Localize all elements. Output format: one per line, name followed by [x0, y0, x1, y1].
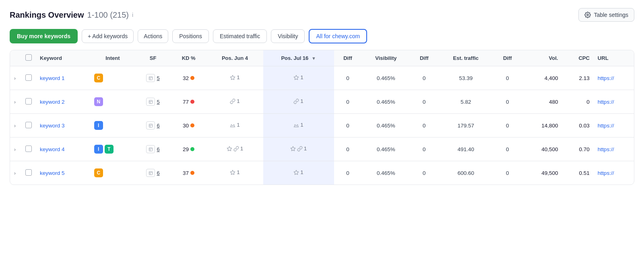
expand-icon[interactable]: › [14, 99, 16, 105]
table-row: ›keyword 4IT 6 29 1 100.465%0491.40040,5… [10, 137, 634, 161]
visibility-col-header: Visibility [361, 50, 410, 66]
keyword-link[interactable]: keyword 2 [40, 99, 65, 105]
diff-cell: 0 [334, 114, 362, 137]
kd-value: 77 [183, 99, 189, 105]
url-link[interactable]: https:// [598, 170, 614, 176]
svg-marker-7 [227, 146, 232, 151]
cpc-cell: 0 [562, 90, 593, 114]
pos-jul-cell: 1 [263, 114, 334, 137]
actions-button[interactable]: Actions [138, 29, 168, 43]
visibility-cell: 0.465% [361, 90, 410, 114]
keyword-link[interactable]: keyword 1 [40, 75, 65, 81]
vol-cell: 14,800 [521, 114, 562, 137]
vis-diff-cell: 0 [410, 66, 438, 90]
table-body: ›keyword 1C 5 32 1 100.465%053.3904,4002… [10, 66, 634, 185]
vol-cell: 480 [521, 90, 562, 114]
expand-icon[interactable]: › [14, 123, 16, 129]
table-settings-label: Table settings [594, 12, 628, 18]
pos-jun-cell: 1 [206, 90, 263, 114]
cpc-cell: 0.03 [562, 114, 593, 137]
url-cell[interactable]: https:// [594, 137, 634, 161]
keyword-link[interactable]: keyword 5 [40, 170, 65, 176]
checkbox-cell[interactable] [21, 66, 36, 90]
url-cell[interactable]: https:// [594, 90, 634, 114]
est-traffic-cell: 53.39 [438, 66, 493, 90]
pos-jun-cell: 1 [206, 66, 263, 90]
keyword-cell: keyword 4 [36, 137, 90, 161]
intent-cell: I [90, 114, 135, 137]
pos-jul-value: 1 [293, 122, 303, 128]
table-settings-button[interactable]: Table settings [578, 8, 634, 22]
kd-dot [190, 147, 194, 151]
checkbox-cell[interactable] [21, 161, 36, 185]
sf-icon [146, 98, 155, 106]
select-all-checkbox[interactable] [25, 54, 32, 61]
table-row: ›keyword 1C 5 32 1 100.465%053.3904,4002… [10, 66, 634, 90]
expand-cell[interactable]: › [10, 137, 21, 161]
url-link[interactable]: https:// [598, 123, 614, 129]
est-traffic-cell: 179.57 [438, 114, 493, 137]
est-diff-cell: 0 [493, 90, 521, 114]
title-area: Rankings Overview 1-100 (215) i [10, 10, 133, 20]
gear-icon [584, 12, 591, 18]
sf-icon [146, 121, 155, 129]
estimated-traffic-tab[interactable]: Estimated traffic [213, 29, 267, 43]
pos-jul-col-header[interactable]: Pos. Jul 16 ▼ [263, 50, 334, 66]
url-link[interactable]: https:// [598, 99, 614, 105]
pos-jul-cell: 1 [263, 161, 334, 185]
sf-icon [146, 169, 155, 177]
pos-jul-cell: 1 [263, 90, 334, 114]
checkbox-col-header[interactable] [21, 50, 36, 66]
kd-value: 37 [183, 170, 189, 176]
row-checkbox[interactable] [25, 169, 32, 176]
expand-icon[interactable]: › [14, 147, 16, 152]
est-traffic-cell: 5.82 [438, 90, 493, 114]
url-link[interactable]: https:// [598, 75, 614, 81]
cpc-cell: 2.13 [562, 66, 593, 90]
row-checkbox[interactable] [25, 146, 32, 152]
keyword-link[interactable]: keyword 3 [40, 123, 65, 129]
row-checkbox[interactable] [25, 98, 32, 105]
url-cell[interactable]: https:// [594, 114, 634, 137]
buy-keywords-button[interactable]: Buy more keywords [10, 29, 78, 43]
expand-icon[interactable]: › [14, 76, 16, 81]
checkbox-cell[interactable] [21, 137, 36, 161]
visibility-cell: 0.465% [361, 114, 410, 137]
sf-icon [146, 74, 155, 82]
checkbox-cell[interactable] [21, 114, 36, 137]
sf-number: 5 [157, 99, 159, 105]
intent2-badge: T [105, 145, 114, 154]
checkbox-cell[interactable] [21, 90, 36, 114]
vis-diff-cell: 0 [410, 114, 438, 137]
visibility-tab[interactable]: Visibility [271, 29, 305, 43]
sf-cell: 5 [135, 66, 171, 90]
expand-cell[interactable]: › [10, 161, 21, 185]
add-keywords-button[interactable]: + Add keywords [82, 29, 134, 43]
expand-icon[interactable]: › [14, 170, 16, 176]
url-cell[interactable]: https:// [594, 161, 634, 185]
keyword-link[interactable]: keyword 4 [40, 146, 65, 152]
intent-badge: I [94, 121, 103, 130]
sf-cell: 5 [135, 90, 171, 114]
kd-col-header: KD % [171, 50, 206, 66]
expand-cell[interactable]: › [10, 66, 21, 90]
info-icon[interactable]: i [132, 12, 133, 18]
keyword-cell: keyword 5 [36, 161, 90, 185]
domain-filter-tab[interactable]: All for chewy.com [309, 29, 367, 43]
header-row: Rankings Overview 1-100 (215) i Table se… [10, 8, 634, 22]
est-diff-cell: 0 [493, 114, 521, 137]
vol-cell: 40,500 [521, 137, 562, 161]
est-diff-cell: 0 [493, 137, 521, 161]
row-checkbox[interactable] [25, 122, 32, 128]
positions-tab[interactable]: Positions [172, 29, 209, 43]
row-checkbox[interactable] [25, 74, 32, 81]
est-diff-cell: 0 [493, 161, 521, 185]
pos-jun-col-header[interactable]: Pos. Jun 4 [206, 50, 263, 66]
url-link[interactable]: https:// [598, 146, 614, 152]
svg-point-0 [587, 14, 588, 16]
vol-cell: 4,400 [521, 66, 562, 90]
intent-badge: I [94, 145, 103, 154]
expand-cell[interactable]: › [10, 90, 21, 114]
url-cell[interactable]: https:// [594, 66, 634, 90]
expand-cell[interactable]: › [10, 114, 21, 137]
